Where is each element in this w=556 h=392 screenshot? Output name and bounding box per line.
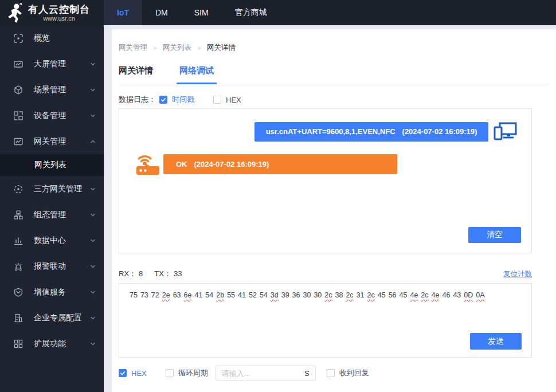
chevron-down-icon [90,61,96,67]
hex-token: 2c [324,291,332,299]
cycle-period-input[interactable] [222,369,301,378]
timestamp-checkbox[interactable] [159,96,167,104]
wait-reply-checkbox[interactable] [327,369,335,377]
sent-message-time: (2024-07-02 16:09:19) [402,127,477,136]
topnav-item-sim[interactable]: SIM [181,0,222,25]
sidebar-item-alarm-linkage[interactable]: 报警联动 [0,253,104,279]
hex-token: 41 [194,291,202,299]
hex-token: 75 [130,291,138,299]
hex-token: 2c [346,291,353,299]
sidebar-item-label: 大屏管理 [34,59,90,69]
wait-reply-label[interactable]: 收到回复 [339,368,369,378]
hex-token: 2b [216,291,224,299]
chevron-up-icon [90,139,96,144]
screen-icon [14,60,23,69]
sidebar-subitem-label: 网关列表 [34,160,66,170]
reset-counter-link[interactable]: 复位计数 [503,269,532,279]
sidebar-item-label: 增值服务 [34,287,90,297]
topnav-item-dm[interactable]: DM [142,0,181,25]
chevron-down-icon [90,289,96,295]
received-message-bubble: OK(2024-07-02 16:09:19) [163,154,397,174]
chevron-down-icon [90,186,96,192]
hex-send-area[interactable]: 7573722e636e41542b554152543d393630302c38… [119,283,532,358]
gateway-router-icon [135,152,162,176]
hex-display-checkbox[interactable] [213,96,221,104]
sidebar-item-label: 组态管理 [34,210,90,220]
seconds-unit-label: S [304,369,310,378]
enterprise-icon [14,313,23,323]
hex-token: 0A [476,291,484,299]
data-log-label: 数据日志： [119,95,156,105]
sidebar-item-value-services[interactable]: 增值服务 [0,279,104,305]
hex-token: 52 [249,291,257,299]
counter-row: RX：8 TX：33 复位计数 [119,268,532,280]
cycle-period-checkbox[interactable] [166,369,174,377]
sidebar-item-label: 企业专属配置 [34,313,90,323]
hex-input-content[interactable]: 7573722e636e41542b554152543d393630302c38… [130,289,523,301]
hex-token: 54 [260,291,268,299]
sidebar-item-scene-mgmt[interactable]: 场景管理 [0,77,104,103]
sidebar-item-label: 设备管理 [34,111,90,121]
sidebar-item-extensions[interactable]: 扩展功能 [0,331,104,356]
brand-logo[interactable]: 有人云控制台 www.usr.cn [0,0,104,25]
sidebar-item-overview[interactable]: 概览 [0,25,104,51]
received-message-time: (2024-07-02 16:09:19) [194,160,269,168]
usr-person-logo-icon [5,2,25,23]
sidebar-item-screen-mgmt[interactable]: 大屏管理 [0,51,104,77]
sidebar-item-gateway-list[interactable]: 网关列表 [0,154,104,176]
hex-token: 36 [292,291,300,299]
tab-gateway-detail[interactable]: 网关详情 [119,65,153,84]
topnav-item-shop[interactable]: 官方商城 [222,0,280,25]
chevron-down-icon [90,341,96,347]
sidebar: 概览 大屏管理 场景管理 设备管理 网关管理 网关列表 三方网关管理 组态管理 … [0,25,104,392]
breadcrumb-separator: ＞ [152,44,158,52]
hex-token: 4e [432,291,440,299]
hex-token: 30 [314,291,322,299]
sidebar-item-device-mgmt[interactable]: 设备管理 [0,103,104,128]
breadcrumb-item[interactable]: 网关列表 [163,43,191,53]
tab-network-debug[interactable]: 网络调试 [179,65,214,84]
hex-token: 72 [151,291,159,299]
send-button[interactable]: 发送 [470,333,522,350]
sidebar-item-gateway-mgmt[interactable]: 网关管理 [0,128,104,154]
sidebar-item-data-center[interactable]: 数据中心 [0,228,104,253]
hex-send-checkbox[interactable] [119,369,127,377]
hex-token: 56 [389,291,397,299]
sidebar-item-topology-mgmt[interactable]: 组态管理 [0,202,104,228]
hex-token: 41 [238,291,246,299]
hex-token: 55 [227,291,235,299]
third-party-icon [14,185,23,194]
timestamp-label[interactable]: 时间戳 [172,95,194,105]
hex-send-label[interactable]: HEX [131,369,147,378]
sent-message-text: usr.cnAT+UART=9600,8,1,EVEN,NFC [266,127,396,136]
debug-log-panel[interactable]: usr.cnAT+UART=9600,8,1,EVEN,NFC(2024-07-… [119,108,532,253]
breadcrumb: 网关管理 ＞ 网关列表 ＞ 网关详情 [119,43,532,53]
hex-display-label[interactable]: HEX [226,96,241,104]
data-log-options: 数据日志： 时间戳 HEX [119,95,532,104]
chevron-down-icon [90,87,96,93]
brand-subtitle: www.usr.cn [28,15,90,22]
top-header: 有人云控制台 www.usr.cn IoT DM SIM 官方商城 [0,0,556,25]
hex-token: 31 [357,291,365,299]
hex-token: 43 [453,291,461,299]
hex-token: 4e [410,291,418,299]
hex-token: 63 [173,291,181,299]
hex-token: 45 [378,291,386,299]
topnav-item-iot[interactable]: IoT [104,0,142,25]
sidebar-item-enterprise-config[interactable]: 企业专属配置 [0,305,104,331]
hex-token: 3d [271,291,279,299]
hex-token: 0D [464,291,473,299]
chevron-down-icon [90,212,96,218]
breadcrumb-separator: ＞ [196,44,202,52]
detail-tabs: 网关详情 网络调试 [119,65,549,84]
top-nav: IoT DM SIM 官方商城 [104,0,280,25]
breadcrumb-item[interactable]: 网关管理 [119,43,147,53]
hex-token: 46 [442,291,450,299]
sidebar-item-thirdparty-gateway[interactable]: 三方网关管理 [0,176,104,202]
hex-token: 73 [140,291,148,299]
hex-token: 54 [205,291,213,299]
sent-message-row: usr.cnAT+UART=9600,8,1,EVEN,NFC(2024-07-… [119,121,518,143]
cycle-period-label[interactable]: 循环周期 [178,368,208,378]
sidebar-item-label: 数据中心 [34,236,90,246]
clear-button[interactable]: 清空 [468,227,521,243]
